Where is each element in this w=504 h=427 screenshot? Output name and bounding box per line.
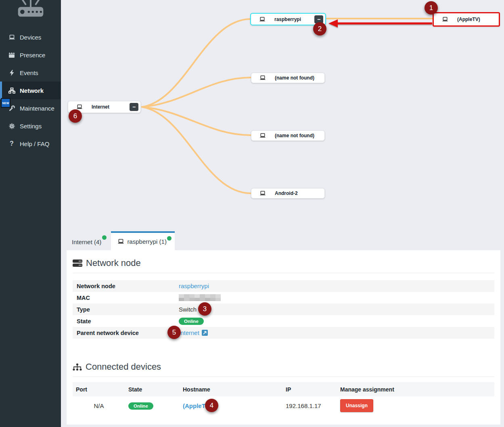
annotation-circle-5: 5 bbox=[167, 326, 181, 339]
sidebar-item-network[interactable]: Network bbox=[0, 82, 61, 99]
sidebar-item-help[interactable]: ? Help / FAQ bbox=[0, 135, 61, 153]
detail-label: Parent network device bbox=[77, 330, 179, 336]
divider bbox=[73, 377, 494, 377]
question-icon: ? bbox=[8, 140, 15, 147]
node-label: raspberrypi bbox=[274, 17, 301, 22]
detail-row-mac: MAC bbox=[73, 292, 494, 304]
connected-devices-section: Connected devices Port State Hostname IP… bbox=[73, 362, 494, 415]
divider bbox=[73, 273, 494, 273]
collapse-button[interactable]: − bbox=[130, 103, 138, 111]
lightning-icon bbox=[8, 70, 15, 76]
annotation-circle-4: 4 bbox=[205, 399, 218, 412]
sidebar-item-label: Events bbox=[20, 69, 38, 76]
detail-row-type: Type Switch bbox=[73, 304, 494, 315]
annotation-circle-1: 1 bbox=[425, 1, 438, 15]
section-title: Connected devices bbox=[86, 362, 161, 372]
topology-node-android-2[interactable]: Android-2 bbox=[251, 188, 325, 199]
laptop-icon bbox=[259, 17, 266, 22]
sidebar-item-label: Help / FAQ bbox=[20, 140, 49, 147]
calendar-icon bbox=[8, 52, 15, 58]
online-status-badge: Online bbox=[179, 318, 204, 325]
topology-node-raspberrypi[interactable]: raspberrypi − bbox=[250, 13, 326, 25]
node-label: Internet bbox=[92, 104, 109, 110]
node-label: (AppleTV) bbox=[457, 17, 480, 22]
column-header-state: State bbox=[125, 382, 180, 396]
annotation-circle-6: 6 bbox=[69, 109, 82, 123]
table-header-row: Port State Hostname IP Manage assignment bbox=[73, 382, 494, 396]
detail-row-parent: Parent network device Internet bbox=[73, 327, 494, 339]
detail-label: State bbox=[77, 318, 179, 324]
sidebar: Devices Presence Events Network Maintena… bbox=[0, 0, 61, 427]
node-label: (name not found) bbox=[275, 75, 314, 81]
annotation-circle-3: 3 bbox=[198, 302, 211, 316]
mac-redacted-value bbox=[179, 294, 221, 301]
topology-node-name-not-found-1[interactable]: (name not found) bbox=[251, 73, 325, 83]
column-header-port: Port bbox=[73, 382, 125, 396]
detail-row-network-node: Network node raspberrypi bbox=[73, 280, 494, 292]
connected-devices-table: Port State Hostname IP Manage assignment… bbox=[73, 382, 494, 415]
new-feature-badge: NEW bbox=[1, 98, 10, 108]
detail-label: MAC bbox=[77, 295, 179, 301]
sitemap-icon bbox=[73, 363, 82, 371]
gear-icon bbox=[8, 123, 15, 129]
sidebar-item-devices[interactable]: Devices bbox=[0, 28, 61, 46]
laptop-icon bbox=[259, 191, 266, 196]
router-logo bbox=[0, 0, 61, 23]
sitemap-icon bbox=[8, 88, 15, 94]
node-label: Android-2 bbox=[275, 190, 298, 196]
ip-value: 192.168.1.17 bbox=[282, 396, 337, 415]
sidebar-item-label: Maintenance bbox=[20, 105, 54, 112]
sidebar-item-presence[interactable]: Presence bbox=[0, 46, 61, 64]
sidebar-item-label: Network bbox=[20, 87, 44, 94]
sidebar-nav: Devices Presence Events Network Maintena… bbox=[0, 28, 61, 153]
sidebar-item-label: Presence bbox=[20, 52, 45, 59]
node-detail-panel: Network node Network node raspberrypi MA… bbox=[67, 250, 500, 425]
parent-device-link[interactable]: Internet bbox=[179, 329, 199, 336]
unassign-button[interactable]: Unassign bbox=[340, 399, 373, 412]
sidebar-item-label: Devices bbox=[20, 34, 41, 41]
network-node-details: Network node raspberrypi MAC Type Switch… bbox=[73, 280, 494, 339]
laptop-icon bbox=[259, 75, 266, 80]
server-icon bbox=[73, 259, 82, 267]
tab-label: raspberrypi (1) bbox=[127, 238, 167, 245]
network-node-link[interactable]: raspberrypi bbox=[179, 283, 209, 289]
annotation-circle-2: 2 bbox=[313, 22, 326, 36]
laptop-icon bbox=[442, 17, 448, 22]
detail-label: Network node bbox=[77, 283, 179, 289]
node-label: (name not found) bbox=[275, 133, 314, 138]
column-header-hostname: Hostname bbox=[180, 382, 282, 396]
port-value: N/A bbox=[73, 396, 125, 415]
external-link-icon[interactable] bbox=[202, 330, 208, 336]
sidebar-item-settings[interactable]: Settings bbox=[0, 117, 61, 135]
sidebar-item-events[interactable]: Events bbox=[0, 64, 61, 82]
detail-row-state: State Online bbox=[73, 315, 494, 327]
laptop-icon bbox=[8, 35, 15, 40]
detail-label: Type bbox=[77, 306, 179, 313]
connected-devices-section-header: Connected devices bbox=[73, 362, 494, 372]
sidebar-item-label: Settings bbox=[20, 123, 42, 130]
node-detail-tabs: Internet (4) raspberrypi (1) bbox=[67, 231, 175, 250]
laptop-icon bbox=[259, 133, 266, 138]
column-header-ip: IP bbox=[282, 382, 337, 396]
tab-internet[interactable]: Internet (4) bbox=[67, 231, 111, 250]
online-status-dot bbox=[102, 235, 107, 240]
topology-node-name-not-found-2[interactable]: (name not found) bbox=[251, 130, 325, 141]
laptop-icon bbox=[117, 239, 124, 244]
online-status-dot bbox=[167, 236, 171, 241]
section-title: Network node bbox=[86, 258, 141, 268]
type-value: Switch bbox=[179, 306, 197, 313]
tab-raspberrypi[interactable]: raspberrypi (1) bbox=[111, 231, 175, 250]
network-node-section-header: Network node bbox=[73, 250, 494, 268]
topology-node-appletv[interactable]: (AppleTV) bbox=[433, 12, 500, 27]
column-header-manage: Manage assignment bbox=[337, 382, 494, 396]
online-status-badge: Online bbox=[128, 402, 153, 410]
table-row: N/A Online (AppleTV) 192.168.1.17 Unassi… bbox=[73, 396, 494, 415]
tab-label: Internet (4) bbox=[72, 239, 101, 245]
laptop-icon bbox=[76, 105, 83, 109]
